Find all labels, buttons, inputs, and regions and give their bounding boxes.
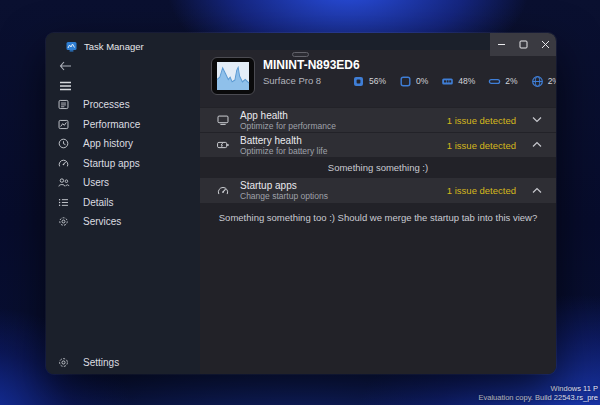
battery-health-expanded-content: Something something :) <box>200 157 556 178</box>
resource-stats: 56% 0% 48% 2% <box>352 74 556 88</box>
health-sections: App health Optimize for performance 1 is… <box>200 108 556 231</box>
maximize-button[interactable] <box>512 33 534 56</box>
users-icon <box>56 175 71 190</box>
sidebar-item-label: App history <box>83 138 133 149</box>
windows-watermark: Windows 11 P Evaluation copy. Build 2254… <box>478 384 598 402</box>
device-header-card: MININT-N893ED6 Surface Pro 8 56% 0% 48% <box>200 50 556 107</box>
network-globe-icon <box>531 75 544 88</box>
stat-network: 2% <box>531 75 556 88</box>
chevron-up-icon[interactable] <box>532 141 542 149</box>
sidebar-item-users[interactable]: Users <box>46 173 200 193</box>
sidebar-item-processes[interactable]: Processes <box>46 95 200 115</box>
sidebar-item-startup-apps[interactable]: Startup apps <box>46 154 200 174</box>
sidebar-item-label: Startup apps <box>83 158 140 169</box>
section-title: App health <box>240 110 447 121</box>
sidebar-item-details[interactable]: Details <box>46 193 200 213</box>
titlebar-app-title: Task Manager <box>66 41 144 52</box>
stat-disk: 2% <box>488 75 517 88</box>
gpu-icon <box>399 75 412 88</box>
section-title: Startup apps <box>240 180 447 191</box>
disk-icon <box>488 75 501 88</box>
performance-thumbnail <box>211 57 255 95</box>
titlebar-app-label: Task Manager <box>84 41 144 52</box>
section-row-app-health[interactable]: App health Optimize for performance 1 is… <box>200 108 556 132</box>
drag-handle[interactable] <box>292 52 309 57</box>
task-manager-window: Task Manager Processes Performance <box>46 33 556 374</box>
minimize-button[interactable] <box>490 33 512 56</box>
performance-icon <box>56 117 71 132</box>
section-row-startup-apps[interactable]: Startup apps Change startup options 1 is… <box>200 178 556 203</box>
maximize-icon <box>519 40 528 49</box>
stat-memory: 48% <box>441 75 475 88</box>
sidebar-item-services[interactable]: Services <box>46 212 200 232</box>
hamburger-icon <box>59 81 72 91</box>
sidebar-item-performance[interactable]: Performance <box>46 115 200 135</box>
section-text: Battery health Optimize for battery life <box>240 135 447 156</box>
cpu-icon <box>352 75 365 88</box>
watermark-edition: Windows 11 P <box>478 384 598 393</box>
chevron-down-icon[interactable] <box>532 116 542 124</box>
issue-status-badge: 1 issue detected <box>447 140 516 151</box>
startup-apps-expanded-content: Something something too :) Should we mer… <box>200 203 556 231</box>
memory-icon <box>441 75 454 88</box>
stat-gpu: 0% <box>399 75 428 88</box>
navigation-menu-button[interactable] <box>54 77 76 94</box>
section-text: Startup apps Change startup options <box>240 180 447 201</box>
placeholder-text: Something something too :) Should we mer… <box>219 212 537 223</box>
stat-value: 2% <box>505 76 517 86</box>
window-controls <box>490 33 556 56</box>
section-title: Battery health <box>240 135 447 146</box>
desktop-wallpaper: Windows 11 P Evaluation copy. Build 2254… <box>0 0 600 405</box>
sidebar-item-label: Performance <box>83 119 140 130</box>
chevron-up-icon[interactable] <box>532 187 542 195</box>
close-button[interactable] <box>534 33 556 56</box>
sidebar-item-app-history[interactable]: App history <box>46 134 200 154</box>
minimize-icon <box>497 40 506 49</box>
back-button[interactable] <box>54 57 76 74</box>
section-text: App health Optimize for performance <box>240 110 447 131</box>
details-icon <box>56 195 71 210</box>
services-icon <box>56 214 71 229</box>
sidebar-footer: Settings <box>46 353 200 373</box>
stat-value: 0% <box>416 76 428 86</box>
stat-cpu: 56% <box>352 75 386 88</box>
back-arrow-icon <box>59 61 72 71</box>
sidebar-item-label: Processes <box>83 99 130 110</box>
section-subtitle: Optimize for performance <box>240 121 447 131</box>
section-subtitle: Change startup options <box>240 191 447 201</box>
settings-gear-icon <box>56 355 71 370</box>
placeholder-text: Something something :) <box>328 162 428 173</box>
task-manager-app-icon <box>66 41 77 52</box>
device-model: Surface Pro 8 <box>263 75 321 86</box>
sidebar-item-label: Details <box>83 197 114 208</box>
app-health-monitor-icon <box>216 113 230 127</box>
sidebar-item-label: Users <box>83 177 109 188</box>
stat-value: 2% <box>548 76 556 86</box>
stat-value: 48% <box>458 76 475 86</box>
section-row-battery-health[interactable]: Battery health Optimize for battery life… <box>200 133 556 157</box>
startup-apps-icon <box>56 156 71 171</box>
sidebar-item-label: Settings <box>83 357 119 368</box>
sidebar: Task Manager Processes Performance <box>46 33 200 374</box>
watermark-build: Evaluation copy. Build 22543.rs_pre <box>478 393 598 402</box>
close-icon <box>541 40 550 49</box>
issue-status-badge: 1 issue detected <box>447 115 516 126</box>
sidebar-nav: Processes Performance App history Startu… <box>46 95 200 232</box>
sidebar-item-label: Services <box>83 216 121 227</box>
section-subtitle: Optimize for battery life <box>240 146 447 156</box>
stat-value: 56% <box>369 76 386 86</box>
performance-graph-icon <box>217 62 249 90</box>
device-name: MININT-N893ED6 <box>263 58 360 72</box>
battery-health-icon <box>216 138 230 152</box>
startup-gauge-icon <box>216 184 230 198</box>
processes-icon <box>56 97 71 112</box>
issue-status-badge: 1 issue detected <box>447 185 516 196</box>
main-content: MININT-N893ED6 Surface Pro 8 56% 0% 48% <box>200 50 556 374</box>
sidebar-item-settings[interactable]: Settings <box>46 353 200 373</box>
app-history-icon <box>56 136 71 151</box>
